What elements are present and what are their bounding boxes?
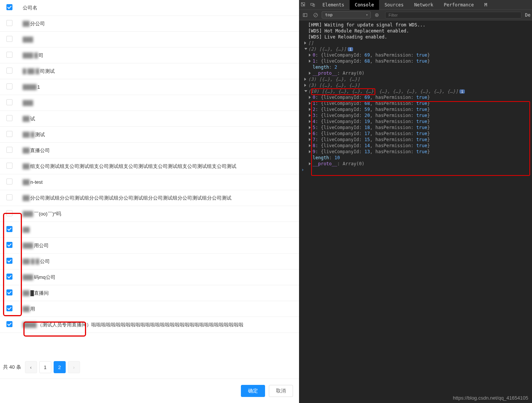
- expand-icon[interactable]: [309, 60, 311, 63]
- row-checkbox[interactable]: [6, 68, 12, 74]
- default-levels-label[interactable]: De: [525, 12, 530, 18]
- expand-icon[interactable]: [309, 108, 311, 111]
- row-checkbox[interactable]: [6, 194, 12, 200]
- devtools-tab[interactable]: Console: [350, 0, 379, 10]
- devtools-tab[interactable]: M: [479, 0, 492, 10]
- log-object-item[interactable]: 1: {liveCompanyId: 68, hasPermission: tr…: [299, 58, 532, 64]
- row-checkbox[interactable]: [6, 99, 12, 105]
- console-prompt[interactable]: ›: [299, 167, 532, 168]
- row-checkbox[interactable]: [6, 52, 12, 58]
- pager-next-button[interactable]: ›: [68, 361, 80, 373]
- table-row: ███码mq公司: [0, 269, 299, 285]
- expand-icon[interactable]: [309, 102, 311, 105]
- log-empty-array[interactable]: []: [299, 40, 532, 46]
- company-name-cell: ██直播公司: [19, 143, 299, 158]
- log-object-item[interactable]: 8: {liveCompanyId: 14, hasPermission: tr…: [299, 143, 532, 149]
- company-list-panel: 公司名 ██分公司 ███ ███ █司 █ ██ █司测试 ████1 ███…: [0, 0, 299, 403]
- log-array-2[interactable]: (2) [{…}, {…}]i: [299, 46, 532, 52]
- expand-icon[interactable]: [309, 96, 311, 99]
- expand-icon[interactable]: [309, 114, 311, 117]
- row-checkbox[interactable]: [6, 242, 12, 248]
- expand-icon[interactable]: [309, 138, 311, 141]
- expand-icon[interactable]: [309, 132, 311, 135]
- log-array-10[interactable]: (10) [{…}, {…}, {…}, {…}, {…}, {…}, {…},…: [299, 88, 532, 94]
- devtools-tab[interactable]: Elements: [317, 0, 350, 10]
- expand-icon[interactable]: [304, 42, 306, 45]
- devtools-tab[interactable]: Performance: [439, 0, 479, 10]
- company-name-cell: ██用: [19, 301, 299, 317]
- live-expression-icon[interactable]: [374, 12, 380, 18]
- expand-icon[interactable]: [309, 72, 311, 75]
- row-checkbox[interactable]: [6, 131, 12, 137]
- log-array-3a[interactable]: (3) [{…}, {…}, {…}]: [299, 76, 532, 82]
- expand-icon[interactable]: [309, 150, 311, 153]
- row-checkbox[interactable]: [6, 36, 12, 42]
- column-header-company: 公司名: [19, 0, 299, 16]
- log-array-3b[interactable]: (3) [{…}, {…}, {…}]: [299, 82, 532, 88]
- log-object-item[interactable]: 1: {liveCompanyId: 68, hasPermission: tr…: [299, 100, 532, 106]
- expand-icon[interactable]: [309, 144, 311, 147]
- devtools-tabs: ElementsConsoleSourcesNetworkPerformance…: [299, 0, 532, 10]
- row-checkbox[interactable]: [6, 178, 12, 185]
- info-icon: i: [460, 89, 465, 94]
- expand-icon[interactable]: [309, 54, 311, 57]
- log-wds1: [WDS] Hot Module Replacement enabled.: [299, 28, 532, 34]
- expand-icon[interactable]: [309, 126, 311, 129]
- company-name-cell: ███用公司: [19, 238, 299, 254]
- log-object-item[interactable]: 4: {liveCompanyId: 19, hasPermission: tr…: [299, 118, 532, 125]
- company-name-cell: ████（测试人员专用直播间）啦啦啦啦啦啦啦啦啦啦啦啦啦啦啦啦啦啦啦啦啦啦啦啦啦…: [19, 317, 299, 333]
- console-output: [HMR] Waiting for update signal from WDS…: [299, 20, 532, 403]
- log-object-item[interactable]: 0: {liveCompanyId: 69, hasPermission: tr…: [299, 94, 532, 100]
- collapse-icon[interactable]: [304, 48, 307, 50]
- cancel-button[interactable]: 取消: [269, 385, 293, 397]
- expand-icon[interactable]: [304, 78, 306, 81]
- row-checkbox[interactable]: [6, 305, 12, 311]
- row-checkbox[interactable]: [6, 115, 12, 121]
- devtools-tab[interactable]: Network: [409, 0, 439, 10]
- expand-icon[interactable]: [304, 84, 306, 87]
- log-object-item[interactable]: 7: {liveCompanyId: 15, hasPermission: tr…: [299, 137, 532, 143]
- device-toggle-icon[interactable]: [310, 2, 316, 8]
- log-length: length: 10: [299, 155, 532, 161]
- log-object-item[interactable]: 9: {liveCompanyId: 13, hasPermission: tr…: [299, 149, 532, 155]
- row-checkbox[interactable]: [6, 210, 12, 216]
- collapse-icon[interactable]: [304, 90, 307, 92]
- table-header-row: 公司名: [0, 0, 299, 16]
- confirm-button[interactable]: 确定: [241, 385, 265, 397]
- total-count-label: 共 40 条: [3, 364, 21, 371]
- row-checkbox[interactable]: [6, 321, 12, 327]
- row-checkbox[interactable]: [6, 226, 12, 232]
- log-object-item[interactable]: 3: {liveCompanyId: 20, hasPermission: tr…: [299, 112, 532, 118]
- devtools-tab[interactable]: Sources: [379, 0, 409, 10]
- row-checkbox[interactable]: [6, 163, 12, 169]
- pager-page-button[interactable]: 2: [54, 361, 66, 373]
- pager-prev-button[interactable]: ‹: [25, 361, 37, 373]
- row-checkbox[interactable]: [6, 20, 12, 26]
- console-sidebar-icon[interactable]: [302, 12, 308, 18]
- table-row: ██直播公司: [0, 143, 299, 158]
- row-checkbox[interactable]: [6, 274, 12, 280]
- log-proto[interactable]: __proto__: Array(0): [299, 70, 532, 76]
- log-object-item[interactable]: 5: {liveCompanyId: 18, hasPermission: tr…: [299, 125, 532, 131]
- inspect-icon[interactable]: [301, 2, 307, 8]
- log-proto[interactable]: __proto__: Array(0): [299, 161, 532, 167]
- pager-page-button[interactable]: 1: [39, 361, 51, 373]
- table-row: ███: [0, 32, 299, 48]
- filter-input[interactable]: [385, 12, 521, 18]
- console-toolbar: top De: [299, 10, 532, 20]
- table-row: ██分公司: [0, 16, 299, 32]
- clear-console-icon[interactable]: [313, 12, 319, 18]
- row-checkbox[interactable]: [6, 289, 12, 295]
- row-checkbox[interactable]: [6, 147, 12, 153]
- table-row: ██组支公司测试组支公司测试组支公司测试组支公司测试组支公司测试组支公司测试组支…: [0, 158, 299, 174]
- context-select[interactable]: top: [322, 11, 371, 18]
- select-all-checkbox[interactable]: [6, 4, 12, 10]
- row-checkbox[interactable]: [6, 83, 12, 89]
- expand-icon[interactable]: [309, 120, 311, 123]
- table-row: ██: [0, 222, 299, 238]
- log-object-item[interactable]: 6: {liveCompanyId: 17, hasPermission: tr…: [299, 131, 532, 137]
- log-object-item[interactable]: 2: {liveCompanyId: 59, hasPermission: tr…: [299, 106, 532, 112]
- row-checkbox[interactable]: [6, 258, 12, 264]
- expand-icon[interactable]: [309, 162, 311, 165]
- log-object-item[interactable]: 0: {liveCompanyId: 69, hasPermission: tr…: [299, 52, 532, 58]
